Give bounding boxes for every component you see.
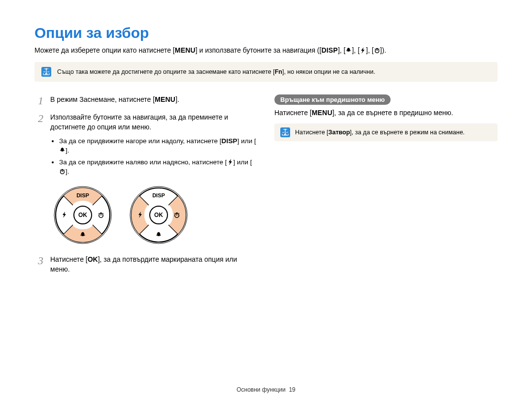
page-title: Опции за избор — [34, 25, 498, 41]
disp-label: DISP — [152, 192, 165, 198]
disp-label: DISP — [76, 192, 89, 198]
timer-icon — [59, 168, 66, 175]
navigation-dials: OK DISP — [52, 185, 258, 246]
step-1: 1 В режим Заснемане, натиснете [MENU]. — [34, 94, 258, 106]
info-callout: Също така можете да достигнете до опциит… — [34, 62, 498, 82]
disp-label: DISP — [321, 46, 337, 54]
list-item: За да се придвижите наляво или надясно, … — [59, 157, 258, 177]
menu-label: MENU — [175, 46, 196, 54]
step-number: 1 — [34, 94, 43, 106]
step-number: 3 — [34, 254, 43, 275]
info-icon — [41, 67, 51, 77]
step-3: 3 Натиснете [OK], за да потвърдите марки… — [34, 254, 258, 275]
right-column: Връщане към предишното меню Натиснете [M… — [274, 94, 498, 280]
macro-icon — [59, 147, 66, 154]
note-callout: Натиснете [Затвор], за да се върнете в р… — [274, 123, 498, 141]
ok-label: OK — [78, 212, 87, 218]
shutter-label: Затвор — [329, 129, 350, 136]
dial-vertical: OK DISP — [52, 185, 113, 246]
list-item: За да се придвижите нагоре или надолу, н… — [59, 136, 258, 155]
macro-icon — [345, 46, 352, 54]
menu-label: MENU — [155, 95, 175, 103]
flash-icon — [227, 158, 233, 166]
left-column: 1 В режим Заснемане, натиснете [MENU]. 2… — [34, 94, 258, 280]
timer-icon — [374, 46, 380, 54]
info-icon — [280, 127, 290, 137]
menu-label: MENU — [312, 109, 332, 117]
ok-label: OK — [154, 212, 163, 218]
fn-label: Fn — [275, 68, 282, 75]
ok-label: OK — [88, 255, 98, 263]
disp-label: DISP — [221, 137, 237, 145]
dial-horizontal: OK DISP — [128, 185, 189, 246]
intro-text: Можете да изберете опции като натиснете … — [34, 46, 498, 54]
step-number: 2 — [34, 112, 43, 179]
page-footer: Основни функции 19 — [0, 386, 532, 393]
return-heading: Връщане към предишното меню — [274, 94, 391, 105]
flash-icon — [360, 46, 366, 54]
return-text: Натиснете [MENU], за да се върнете в пре… — [274, 109, 498, 117]
step-2: 2 Използвайте бутоните за навигация, за … — [34, 112, 258, 179]
